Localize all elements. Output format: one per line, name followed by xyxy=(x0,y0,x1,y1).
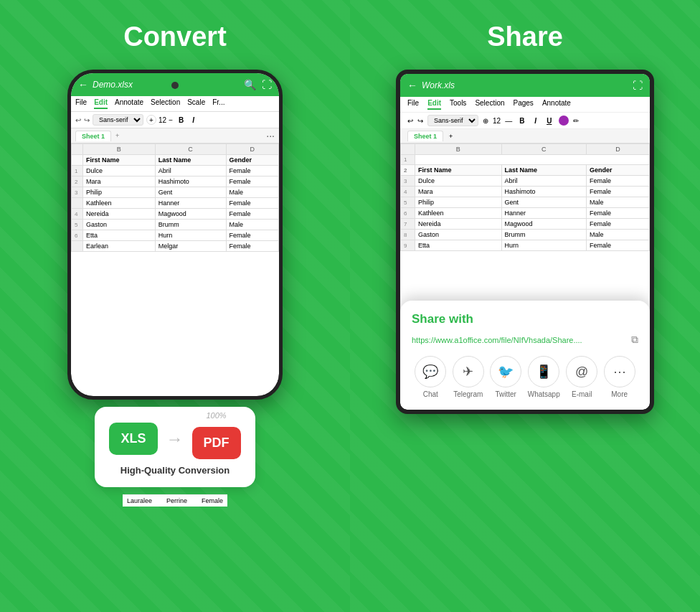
undo-icon[interactable]: ↩ xyxy=(75,116,81,124)
search-icon[interactable]: 🔍 xyxy=(244,79,256,90)
share-title: Share xyxy=(487,22,563,52)
tablet-col-b-header: B xyxy=(415,144,502,155)
share-app-telegram[interactable]: ✈ Telegram xyxy=(453,356,484,398)
menu-more[interactable]: Fr... xyxy=(212,98,224,109)
phone-screen: ← Demo.xlsx 🔍 ⛶ File Edit Annotate Selec… xyxy=(71,73,279,396)
tablet-app-header-left: ← Work.xls xyxy=(407,80,455,91)
menu-annotate[interactable]: Annotate xyxy=(115,98,143,109)
row-num-header xyxy=(72,144,83,155)
bottom-gender: Female xyxy=(202,497,223,504)
table-header-row: First Name Last Name Gender xyxy=(72,155,279,166)
chat-icon: 💬 xyxy=(415,356,446,387)
spreadsheet-left: B C D First Name Last Name Gender xyxy=(71,143,279,396)
menu-bar: File Edit Annotate Selection Scale Fr... xyxy=(71,96,279,112)
tablet-font-plus[interactable]: ⊕ xyxy=(483,117,488,125)
tablet-table-row: 3 DulceAbrilFemale xyxy=(401,176,650,187)
tablet-table-row: 7 NereidaMagwoodFemale xyxy=(401,219,650,230)
share-with-title: Share with xyxy=(412,312,638,326)
telegram-label: Telegram xyxy=(453,390,483,398)
font-select[interactable]: Sans-serif xyxy=(93,114,143,126)
tablet-menu-file[interactable]: File xyxy=(407,99,419,110)
sheet-tab-1[interactable]: Sheet 1 xyxy=(75,131,111,141)
row-num xyxy=(72,155,83,166)
tablet-color-button[interactable] xyxy=(559,116,569,126)
whatsapp-icon: 📱 xyxy=(528,356,559,387)
convert-title: Convert xyxy=(123,22,227,52)
col-gender-header: Gender xyxy=(226,155,278,166)
tablet-undo-icon[interactable]: ↩ xyxy=(407,117,413,125)
share-app-chat[interactable]: 💬 Chat xyxy=(415,356,446,398)
bottom-fname: Lauralee xyxy=(127,497,152,504)
share-app-more[interactable]: ⋯ More xyxy=(604,356,635,398)
font-size-increase[interactable]: + xyxy=(146,115,156,125)
add-sheet-button[interactable]: + xyxy=(115,132,119,139)
tablet-menu-tools[interactable]: Tools xyxy=(450,99,466,110)
tablet-mockup: ← Work.xls ⛶ File Edit Tools Selection P… xyxy=(396,70,654,414)
menu-file[interactable]: File xyxy=(75,98,87,109)
tablet-menu-annotate[interactable]: Annotate xyxy=(542,99,571,110)
tablet-bold-button[interactable]: B xyxy=(516,116,527,126)
email-label: E-mail xyxy=(572,390,592,398)
xls-badge: XLS xyxy=(109,423,157,455)
table-row: 5 GastonBrummMale xyxy=(72,220,279,230)
arrow-line: → xyxy=(166,429,184,449)
share-url-text[interactable]: https://www.a1office.com/file/NIfVhsada/… xyxy=(412,336,625,344)
share-panel: Share ← Work.xls ⛶ File Edit Tools Selec… xyxy=(350,0,700,612)
whatsapp-label: Whatsapp xyxy=(528,390,560,398)
tablet-table-header-row: 2 First Name Last Name Gender xyxy=(401,165,650,176)
tablet-app-header: ← Work.xls ⛶ xyxy=(400,74,650,97)
copy-icon[interactable]: ⧉ xyxy=(631,334,638,346)
share-link-row: https://www.a1office.com/file/NIfVhsada/… xyxy=(412,334,638,346)
tablet-menu-bar: File Edit Tools Selection Pages Annotate xyxy=(400,97,650,113)
font-size-control: + 12 − xyxy=(146,115,173,125)
tablet-col-firstname-header: First Name xyxy=(415,165,502,176)
tablet-sheet-tab-1[interactable]: Sheet 1 xyxy=(407,131,443,141)
tablet-menu-selection[interactable]: Selection xyxy=(475,99,504,110)
tablet-table-row: 9 EttaHurnFemale xyxy=(401,240,650,251)
twitter-icon: 🐦 xyxy=(490,356,521,387)
bottom-row-visible: Lauralee Perrine Female xyxy=(123,494,227,507)
redo-icon[interactable]: ↪ xyxy=(84,116,90,124)
tablet-italic-button[interactable]: I xyxy=(531,116,539,126)
pdf-badge: PDF xyxy=(192,427,241,459)
sheet-tabs: Sheet 1 + ··· xyxy=(71,128,279,143)
tablet-pen-icon[interactable]: ✏ xyxy=(573,117,579,125)
header-icons: 🔍 ⛶ xyxy=(244,79,272,90)
tablet-fullscreen-icon[interactable]: ⛶ xyxy=(633,80,643,91)
menu-edit[interactable]: Edit xyxy=(94,98,108,109)
table-row: 4 NereidaMagwoodFemale xyxy=(72,209,279,220)
italic-button[interactable]: I xyxy=(189,116,197,125)
conversion-label: High-Quality Conversion xyxy=(120,465,230,476)
tablet-screen: ← Work.xls ⛶ File Edit Tools Selection P… xyxy=(400,74,650,410)
font-size-decrease[interactable]: − xyxy=(169,116,173,124)
tablet-redo-icon[interactable]: ↪ xyxy=(417,117,423,125)
table-row: 2 MaraHashimotoFemale xyxy=(72,176,279,187)
tablet-menu-pages[interactable]: Pages xyxy=(514,99,534,110)
bold-button[interactable]: B xyxy=(176,116,186,125)
tablet-add-sheet-button[interactable]: + xyxy=(449,133,453,140)
phone-camera xyxy=(171,82,179,89)
tablet-font-select[interactable]: Sans-serif xyxy=(427,115,478,126)
share-app-email[interactable]: @ E-mail xyxy=(566,356,597,398)
sheet-more-button[interactable]: ··· xyxy=(266,130,275,141)
menu-selection[interactable]: Selection xyxy=(151,98,180,109)
col-lastname-header: Last Name xyxy=(155,155,226,166)
tablet-row-num-header xyxy=(401,144,415,155)
back-arrow-icon[interactable]: ← xyxy=(78,79,88,90)
tablet-menu-edit[interactable]: Edit xyxy=(427,99,441,110)
menu-scale[interactable]: Scale xyxy=(187,98,205,109)
more-icon: ⋯ xyxy=(604,356,635,387)
tablet-back-arrow-icon[interactable]: ← xyxy=(407,80,417,91)
tablet-row-num-1: 1 xyxy=(401,155,650,165)
fullscreen-icon[interactable]: ⛶ xyxy=(262,79,272,90)
tablet-font-minus[interactable]: — xyxy=(505,117,512,125)
table-row: 6 EttaHurnFemale xyxy=(72,230,279,241)
tablet-underline-button[interactable]: U xyxy=(544,116,554,126)
tablet-header-icons: ⛶ xyxy=(633,80,643,91)
col-firstname-header: First Name xyxy=(83,155,156,166)
share-app-whatsapp[interactable]: 📱 Whatsapp xyxy=(528,356,560,398)
tablet-table-row: 4 MaraHashimotoFemale xyxy=(401,187,650,197)
spreadsheet-right: B C D 1 2 First Name Last N xyxy=(400,143,650,301)
col-c-header: C xyxy=(155,144,226,155)
share-app-twitter[interactable]: 🐦 Twitter xyxy=(490,356,521,398)
